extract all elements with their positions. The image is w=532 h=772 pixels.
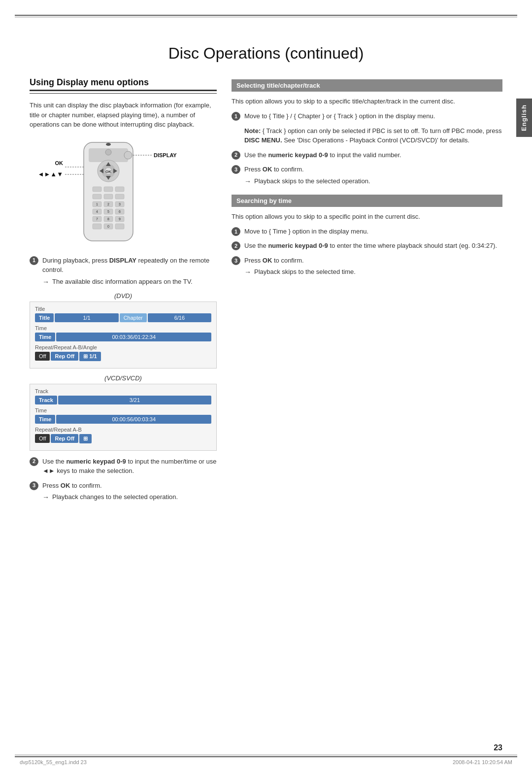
sel-step-3-number: 3 [232, 165, 240, 174]
dvd-label: (DVD) [30, 292, 217, 300]
vcd-repoff-cell: Rep Off [51, 434, 78, 443]
svg-text:6: 6 [119, 210, 121, 213]
svg-rect-13 [93, 187, 101, 192]
search-step-3: 3 Press OK to confirm. → Playback skips … [232, 256, 502, 278]
searching-body: This option allows you to skip to a spec… [232, 212, 502, 222]
remote-svg: OK [30, 137, 187, 251]
content: Using Display menu options This unit can… [0, 72, 532, 507]
svg-text:5: 5 [107, 210, 109, 213]
svg-point-3 [106, 143, 111, 146]
search-step-1-content: Move to { Time } option in the display m… [244, 227, 502, 236]
dvd-time-label: Time [35, 325, 211, 331]
search-step-2-number: 2 [232, 241, 240, 250]
sel-step-3-content: Press OK to confirm. → Playback skips to… [244, 165, 502, 187]
step-2-content: Use the numeric keypad 0-9 to input the … [42, 457, 217, 476]
svg-point-2 [105, 149, 111, 155]
svg-text:3: 3 [119, 202, 121, 206]
vcd-off-cell: Off [35, 434, 50, 443]
sel-step-2-content: Use the numeric keypad 0-9 to input the … [244, 150, 502, 160]
left-step-2: 2 Use the numeric keypad 0-9 to input th… [30, 457, 217, 476]
svg-text:8: 8 [107, 217, 109, 221]
dvd-off-cell: Off [35, 352, 50, 361]
page: English Disc Operations (continued) Usin… [0, 0, 532, 772]
vcd-time-label: Time [35, 407, 211, 413]
search-step-2-content: Use the numeric keypad 0-9 to enter the … [244, 241, 502, 251]
vcd-time-row: Time 00:00:56/00:03:34 [35, 415, 211, 424]
sel-step-1-content: Move to { Title } / { Chapter } or { Tra… [244, 111, 502, 121]
svg-text:◄►▲▼: ◄►▲▼ [38, 170, 63, 178]
vcd-track-row: Track 3/21 [35, 396, 211, 404]
svg-text:9: 9 [119, 217, 121, 221]
sel-step-3-arrow-text: Playback skips to the selected operation… [254, 176, 370, 187]
top-border-inner [15, 17, 517, 17]
footer: dvp5120k_55_eng1.indd 23 2008-04-21 10:2… [20, 759, 512, 765]
search-step-3-arrow: → Playback skips to the selected time. [244, 267, 502, 277]
vcd-track-label: Track [35, 388, 211, 394]
step-3-number: 3 [30, 481, 38, 490]
dvd-time-row: Time 00:03:36/01:22:34 [35, 333, 211, 341]
dvd-chapter-cell: Chapter [120, 313, 147, 322]
left-step-1: 1 During playback, press DISPLAY repeate… [30, 256, 217, 287]
step-3-text: Press OK to confirm. [42, 482, 102, 489]
dvd-display-box: Title Title 1/1 Chapter 6/16 Time Time 0… [30, 302, 217, 369]
step-1-number: 1 [30, 256, 38, 265]
svg-rect-37 [93, 224, 101, 229]
search-step-3-content: Press OK to confirm. → Playback skips to… [244, 256, 502, 278]
step-1-content: During playback, press DISPLAY repeatedl… [42, 256, 217, 287]
dvd-angle-cell: ⊞ 1/1 [79, 352, 100, 361]
svg-text:0: 0 [107, 225, 109, 228]
svg-point-4 [124, 151, 132, 159]
dvd-title-label: Title [35, 306, 211, 312]
english-tab: English [516, 99, 532, 137]
page-title: Disc Operations (continued) [30, 44, 502, 63]
search-step-2-text: Use the numeric keypad 0-9 to enter the … [244, 242, 497, 249]
top-border-outer [15, 15, 517, 16]
left-section-heading: Using Display menu options [30, 77, 217, 91]
dvd-title-value1: 1/1 [55, 313, 118, 322]
search-step-3-number: 3 [232, 256, 240, 265]
footer-right: 2008-04-21 10:20:54 AM [453, 759, 512, 765]
svg-rect-39 [115, 224, 124, 229]
step-2-text: Use the numeric keypad 0-9 to input the … [42, 458, 216, 475]
sel-step-2-number: 2 [232, 151, 240, 160]
vcd-label: (VCD/SVCD) [30, 374, 217, 382]
vcd-display-box: Track Track 3/21 Time Time 00:00:56/00:0… [30, 384, 217, 451]
vcd-time-value: 00:00:56/00:03:34 [56, 415, 211, 424]
search-step-2: 2 Use the numeric keypad 0-9 to enter th… [232, 241, 502, 251]
search-step-3-arrow-text: Playback skips to the selected time. [254, 267, 356, 277]
dvd-repeat-row: Off Rep Off ⊞ 1/1 [35, 352, 211, 361]
dvd-time-cell: Time [35, 333, 55, 341]
dvd-title-row: Title 1/1 Chapter 6/16 [35, 313, 211, 322]
svg-rect-18 [115, 194, 124, 199]
right-column: Selecting title/chapter/track This optio… [232, 77, 502, 507]
vcd-repeat-row: Off Rep Off ⊞ [35, 434, 211, 443]
selecting-bar: Selecting title/chapter/track [232, 79, 502, 92]
vcd-track-cell: Track [35, 396, 57, 404]
svg-rect-16 [93, 194, 101, 199]
left-column: Using Display menu options This unit can… [30, 77, 217, 507]
step-1-text: During playback, press DISPLAY repeatedl… [42, 257, 209, 274]
step-3-content: Press OK to confirm. → Playback changes … [42, 481, 217, 503]
svg-text:4: 4 [96, 210, 98, 213]
vcd-track-value: 3/21 [58, 396, 211, 404]
bottom-border-outer [15, 756, 517, 757]
dvd-time-value: 00:03:36/01:22:34 [56, 333, 211, 341]
selecting-body: This option allows you to skip to a spec… [232, 97, 502, 106]
sel-step-2: 2 Use the numeric keypad 0-9 to input th… [232, 150, 502, 160]
svg-rect-15 [115, 187, 124, 192]
dvd-repeat-label: Repeat/Repeat A-B/Angle [35, 344, 211, 350]
remote-diagram: OK [30, 137, 187, 251]
step-3-arrow-text: Playback changes to the selected operati… [52, 492, 178, 503]
sel-step-1-text: Move to { Title } / { Chapter } or { Tra… [244, 112, 435, 120]
svg-text:7: 7 [96, 217, 98, 221]
step-1-arrow: → The available disc information appears… [42, 277, 217, 287]
heading-underline [30, 93, 217, 94]
step-3-arrow: → Playback changes to the selected opera… [42, 492, 217, 503]
dvd-chapter-value: 6/16 [148, 313, 211, 322]
vcd-time-cell: Time [35, 415, 55, 424]
left-step-3: 3 Press OK to confirm. → Playback change… [30, 481, 217, 503]
svg-rect-17 [104, 194, 113, 199]
sel-step-3-text: Press OK to confirm. [244, 166, 304, 173]
sel-step-1-number: 1 [232, 112, 240, 121]
vcd-icon-cell: ⊞ [79, 434, 92, 443]
